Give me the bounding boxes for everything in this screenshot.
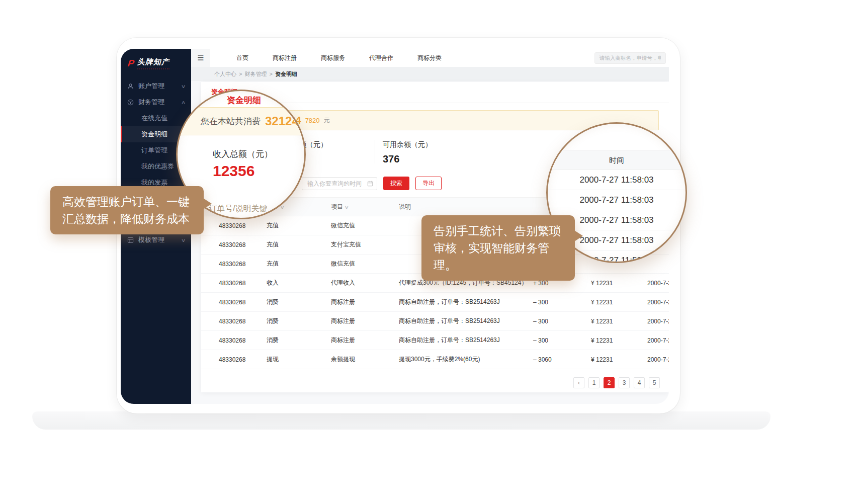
stat-divider (375, 140, 375, 163)
sidebar-item-label: 账户管理 (138, 81, 178, 91)
logo-text: 头牌知产 (137, 57, 169, 69)
cell-balance: ¥ 12231 (591, 280, 647, 287)
nav-item-home[interactable]: 首页 (224, 49, 261, 67)
logo[interactable]: P 头牌知产 (121, 49, 191, 78)
nav-item-trademark-register[interactable]: 商标注册 (261, 49, 309, 67)
nav-item-agency-cooperation[interactable]: 代理合作 (357, 49, 405, 67)
nav-item-trademark-category[interactable]: 商标分类 (405, 49, 454, 67)
cell-order: 48330268 (201, 222, 267, 229)
table-row: 48330268 消费 商标注册 商标自助注册，订单号：SB2514263J –… (201, 293, 669, 312)
cell-project: 代理收入 (331, 279, 399, 287)
cell-desc: 商标自助注册，订单号：SB2514263J (399, 317, 533, 325)
pagination: ‹ 1 2 3 4 5 (201, 369, 669, 388)
date-filter (302, 177, 377, 190)
cell-order: 48330268 (201, 337, 267, 344)
cell-balance: ¥ 12231 (591, 356, 647, 363)
sidebar-item-label: 模板管理 (138, 235, 178, 244)
column-header-project[interactable]: 项目∨ (331, 203, 399, 211)
banner-secondary-amount: 7820 (305, 117, 320, 124)
callout-left-text: 高效管理账户订单、一键汇总数据，降低财务成本 (62, 195, 190, 225)
callout-arrow-right-icon (574, 230, 583, 241)
breadcrumb-item[interactable]: 个人中心 (214, 70, 236, 78)
cell-time: 2000-7-27 11:58:03 (647, 318, 669, 325)
cell-time: 2000-7-27 11:58:03 (647, 337, 669, 344)
cell-project: 微信充值 (331, 260, 399, 268)
cell-desc: 商标自助注册，订单号：SB2514263J (399, 298, 533, 306)
cell-amount: – 300 (533, 318, 591, 325)
pagination-page-1[interactable]: 1 (588, 377, 600, 388)
lens-time-cell: 2000-7-27 11:58:03 (548, 170, 686, 190)
sidebar-item-online-recharge[interactable]: 在线充值 (121, 110, 191, 126)
table-row: 48330268 提现 余额提现 提现3000元，手续费2%(60元) – 30… (201, 350, 669, 369)
cell-balance: ¥ 12231 (591, 337, 647, 344)
cell-project: 余额提现 (331, 355, 399, 364)
cell-desc: 提现3000元，手续费2%(60元) (399, 355, 533, 364)
sidebar-item-label: 财务管理 (138, 98, 178, 107)
lens-time-column-header: 时间 (548, 150, 686, 170)
cell-amount: – 3060 (533, 356, 591, 363)
stat-value: 376 (383, 153, 432, 165)
breadcrumb-current: 资金明细 (275, 70, 297, 78)
cell-type: 充值 (267, 260, 331, 268)
export-button[interactable]: 导出 (415, 177, 442, 190)
laptop-base (32, 411, 771, 430)
sidebar-item-account[interactable]: 账户管理 ∨ (121, 78, 191, 94)
cell-project: 支付宝充值 (331, 240, 399, 249)
cell-balance: ¥ 12231 (591, 318, 647, 325)
callout-left: 高效管理账户订单、一键汇总数据，降低财务成本 (50, 186, 204, 234)
date-range-input[interactable] (302, 177, 377, 190)
user-icon (127, 83, 134, 90)
callout-arrow-right-icon (203, 198, 212, 209)
chevron-down-icon: ∨ (181, 237, 186, 243)
callout-right: 告别手工统计、告别繁琐审核，实现智能财务管理。 (421, 215, 575, 281)
template-grid-icon (127, 237, 134, 243)
table-row: 48330268 消费 商标注册 商标自助注册，订单号：SB2514263J –… (201, 312, 669, 331)
search-input[interactable] (594, 52, 666, 64)
stat-label: 可用余额（元） (383, 140, 432, 149)
pagination-page-2-active[interactable]: 2 (604, 377, 615, 388)
pagination-prev-button[interactable]: ‹ (573, 377, 584, 388)
column-header-desc: 说明 (399, 203, 533, 211)
cell-type: 充值 (267, 221, 331, 230)
nav-item-trademark-services[interactable]: 商标服务 (309, 49, 357, 67)
pagination-page-4[interactable]: 4 (634, 377, 645, 388)
table-row: 48330268 消费 商标注册 商标自助注册，订单号：SB2514263J –… (201, 331, 669, 350)
hamburger-menu-icon[interactable]: ☰ (191, 49, 210, 67)
chevron-up-icon: ∧ (181, 100, 186, 105)
breadcrumb-separator: > (239, 71, 242, 77)
breadcrumb-separator: > (269, 71, 272, 77)
sidebar-item-finance[interactable]: 财务管理 ∧ (121, 94, 191, 110)
cell-balance: ¥ 12231 (591, 299, 647, 306)
sort-caret-icon: ∨ (344, 205, 349, 210)
cell-type: 提现 (267, 355, 331, 364)
cell-project: 微信充值 (331, 221, 399, 230)
calendar-icon[interactable] (367, 181, 373, 187)
lens-banner-amount: 32124 (265, 114, 299, 128)
lens-table-header: 订单号/说明关键 (209, 204, 267, 214)
cell-type: 消费 (267, 298, 331, 306)
pagination-page-5[interactable]: 5 (649, 377, 660, 388)
search-button[interactable]: 搜索 (383, 177, 409, 190)
lens-tab-label: 资金明细 (227, 95, 261, 106)
cell-amount: – 300 (533, 299, 591, 306)
cell-project: 商标注册 (331, 298, 399, 306)
lens-banner: 您在本站共消费 32124 (176, 107, 306, 135)
cell-order: 48330268 (201, 356, 267, 363)
callout-right-text: 告别手工统计、告别繁琐审核，实现智能财务管理。 (434, 224, 561, 272)
cell-project: 商标注册 (331, 317, 399, 325)
cell-time: 2000-7-27 11:58:03 (647, 356, 669, 363)
lens-stat-label: 收入总额（元） (213, 148, 273, 160)
cell-amount: – 300 (533, 337, 591, 344)
pagination-page-3[interactable]: 3 (619, 377, 630, 388)
laptop-mockup: P 头牌知产 账户管理 ∨ (0, 0, 853, 504)
cell-order: 48330268 (201, 318, 267, 325)
cell-time: 2000-7-27 11:58:03 (647, 280, 669, 287)
cell-order: 48330268 (201, 299, 267, 306)
cell-time: 2000-7-27 11:58:03 (647, 299, 669, 306)
stat-balance: 可用余额（元） 376 (383, 140, 432, 165)
breadcrumb-item[interactable]: 财务管理 (244, 70, 267, 78)
banner-unit: 元 (324, 116, 330, 125)
chevron-down-icon: ∨ (181, 83, 186, 89)
cell-type: 充值 (267, 240, 331, 249)
cell-order: 48330268 (201, 261, 267, 268)
